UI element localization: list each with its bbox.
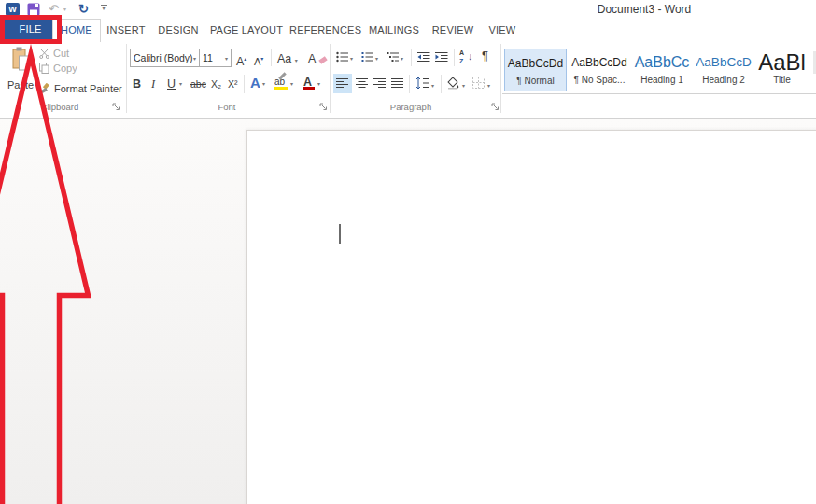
numbering-icon[interactable]	[361, 51, 374, 63]
sort-button[interactable]: A Z	[459, 49, 464, 65]
shrink-font-button[interactable]: A▾	[254, 49, 263, 71]
format-painter-label: Format Painter	[54, 83, 122, 94]
paste-dropdown-icon[interactable]: ▾	[4, 91, 37, 98]
numbering-dropdown-icon[interactable]: ▾	[375, 49, 378, 68]
clear-formatting-label: A	[308, 52, 316, 65]
font-dialog-launcher-icon[interactable]	[319, 103, 328, 111]
cut-label: Cut	[53, 48, 69, 59]
style-title-label: Title	[753, 75, 810, 85]
text-cursor	[339, 224, 341, 244]
strikethrough-button[interactable]: abc	[190, 75, 206, 93]
ribbon-home: Paste ▾ Cut Copy Format Painter	[0, 42, 816, 119]
style-heading-2-preview: AaBbCcD	[695, 49, 753, 75]
format-painter-button[interactable]: Format Painter	[39, 83, 122, 94]
clear-formatting-button[interactable]: A	[308, 49, 327, 68]
borders-icon[interactable]	[472, 77, 485, 89]
save-icon[interactable]	[27, 3, 40, 16]
align-left-button[interactable]	[333, 74, 352, 93]
underline-dropdown-icon[interactable]: ▾	[179, 75, 182, 93]
grow-font-button[interactable]: A▴	[236, 49, 246, 71]
styles-gallery-border	[502, 93, 816, 94]
tab-page-layout[interactable]: PAGE LAYOUT	[207, 19, 286, 41]
button-separator	[441, 75, 442, 93]
tab-insert[interactable]: INSERT	[101, 19, 151, 41]
bullets-dropdown-icon[interactable]: ▾	[350, 49, 353, 68]
button-separator	[409, 75, 410, 93]
tab-view[interactable]: VIEW	[482, 19, 523, 41]
tab-home[interactable]: HOME	[52, 19, 101, 42]
cut-button[interactable]: Cut	[39, 48, 69, 59]
shading-bucket-icon[interactable]	[446, 77, 459, 90]
style-title-preview: AaBl	[753, 49, 810, 75]
style-no-spacing-label: ¶ No Spac...	[570, 75, 629, 85]
button-separator	[271, 49, 272, 66]
style-no-spacing-preview: AaBbCcDd	[570, 49, 629, 75]
style-heading-1[interactable]: AaBbCc Heading 1	[632, 49, 692, 91]
paste-button[interactable]: Paste ▾	[4, 45, 37, 101]
sort-a-label: A	[459, 49, 464, 57]
font-name-value: Calibri (Body)	[134, 52, 193, 63]
style-heading-2[interactable]: AaBbCcD Heading 2	[695, 49, 753, 91]
justify-icon[interactable]	[391, 77, 403, 89]
text-effects-dropdown-icon[interactable]: ▾	[262, 75, 265, 93]
scissors-icon	[39, 49, 49, 59]
tab-design[interactable]: DESIGN	[153, 19, 204, 41]
document-page[interactable]	[246, 130, 816, 504]
word-window: W ↶ ▾ ↻ ▾ Document3 - Word FILE HOME INS…	[0, 0, 816, 504]
line-spacing-icon[interactable]	[415, 77, 429, 90]
chevron-down-icon: ▾	[295, 58, 298, 63]
format-painter-icon	[39, 83, 50, 94]
font-color-button[interactable]: A	[303, 73, 312, 91]
tab-references[interactable]: REFERENCES	[289, 19, 359, 41]
font-group-label: Font	[128, 102, 326, 112]
style-normal[interactable]: AaBbCcDd ¶ Normal	[504, 49, 567, 91]
align-right-icon[interactable]	[373, 77, 386, 89]
font-color-bar	[303, 87, 315, 90]
text-effects-button[interactable]: A	[250, 74, 260, 92]
undo-dropdown-icon[interactable]: ▾	[63, 6, 66, 12]
button-separator	[244, 75, 245, 93]
paragraph-dialog-launcher-icon[interactable]	[491, 103, 499, 111]
style-no-spacing[interactable]: AaBbCcDd ¶ No Spac...	[570, 49, 629, 91]
line-spacing-dropdown-icon[interactable]: ▾	[431, 77, 434, 95]
style-normal-preview: AaBbCcDd	[505, 49, 566, 76]
highlight-color-bar	[274, 87, 288, 90]
highlight-dropdown-icon[interactable]: ▾	[290, 75, 293, 93]
change-case-label: Aa	[277, 52, 291, 65]
subscript-button[interactable]: X₂	[211, 75, 221, 93]
text-highlight-button[interactable]: ab	[274, 73, 285, 91]
document-canvas	[0, 119, 816, 504]
font-size-value: 11	[203, 52, 213, 63]
arrow-up-icon: ▴	[244, 56, 246, 62]
shading-dropdown-icon[interactable]: ▾	[462, 77, 465, 95]
borders-dropdown-icon[interactable]: ▾	[487, 77, 490, 95]
increase-indent-icon[interactable]	[435, 51, 448, 63]
tab-review[interactable]: REVIEW	[428, 19, 478, 41]
style-title[interactable]: AaBl Title	[753, 49, 810, 91]
font-color-dropdown-icon[interactable]: ▾	[317, 75, 320, 93]
show-hide-pilcrow-button[interactable]: ¶	[482, 49, 488, 63]
change-case-button[interactable]: Aa ▾	[277, 49, 298, 70]
group-separator	[126, 44, 127, 113]
tab-mailings[interactable]: MAILINGS	[364, 19, 424, 41]
chevron-down-icon: ▾	[193, 55, 196, 62]
style-normal-label: ¶ Normal	[505, 76, 566, 86]
underline-button[interactable]: U	[167, 75, 176, 93]
decrease-indent-icon[interactable]	[417, 51, 430, 63]
italic-button[interactable]: I	[151, 75, 155, 93]
undo-button[interactable]: ↶	[49, 2, 59, 17]
align-center-icon[interactable]	[356, 77, 368, 89]
redo-button[interactable]: ↻	[78, 2, 89, 17]
font-name-combobox[interactable]: Calibri (Body) ▾	[130, 49, 200, 67]
bold-button[interactable]: B	[133, 75, 141, 93]
chevron-down-icon: ▾	[100, 6, 107, 11]
font-size-combobox[interactable]: 11 ▾	[199, 49, 232, 67]
multilevel-dropdown-icon[interactable]: ▾	[401, 49, 403, 68]
customize-quick-access-button[interactable]: ▾	[100, 5, 107, 11]
multilevel-list-icon[interactable]	[387, 51, 400, 63]
arrow-down-icon: ▾	[260, 56, 263, 62]
bullets-icon[interactable]	[336, 51, 349, 63]
copy-button[interactable]: Copy	[39, 63, 77, 74]
clipboard-dialog-launcher-icon[interactable]	[112, 103, 120, 111]
superscript-button[interactable]: X²	[228, 75, 238, 93]
